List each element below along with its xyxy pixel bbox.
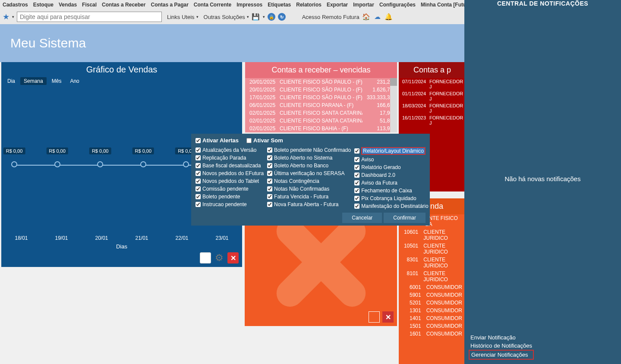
menu-contas-a-pagar[interactable]: Contas a Pagar bbox=[151, 2, 188, 8]
alert-option[interactable]: Aviso bbox=[354, 157, 428, 163]
menu-vendas[interactable]: Vendas bbox=[59, 2, 77, 8]
alert-option[interactable]: Nova Fatura Aberta - Futura bbox=[267, 201, 351, 207]
menu-configurações[interactable]: Configurações bbox=[379, 2, 416, 8]
orange-close-button[interactable]: ✕ bbox=[382, 311, 394, 323]
venda-row[interactable]: 8101CLIENTE JURIDICO bbox=[399, 270, 466, 283]
receivable-row[interactable]: 20/01/2025CLIENTE FISICO SÃO PAULO - (F)… bbox=[245, 78, 397, 86]
venda-row[interactable]: 10501CLIENTE JURIDICO bbox=[399, 242, 466, 256]
venda-row[interactable]: 6001CONSUMIDOR bbox=[399, 283, 466, 291]
receivable-row[interactable]: 20/01/2025CLIENTE FISICO SÃO PAULO - (F)… bbox=[245, 86, 397, 94]
alert-option[interactable]: Relatório Gerado bbox=[354, 164, 428, 170]
notification-link[interactable]: Enviar Notificação bbox=[469, 333, 534, 342]
chart-value-label: R$ 0,00 bbox=[46, 147, 68, 154]
row-date: 17/01/2025 bbox=[249, 94, 280, 100]
ativar-alertas-checkbox[interactable]: Ativar Alertas bbox=[195, 137, 239, 144]
save-dropdown[interactable]: ▾ bbox=[263, 15, 265, 19]
cancel-button[interactable]: Cancelar bbox=[342, 213, 382, 223]
payables-title: Contas a p bbox=[399, 62, 466, 78]
alert-option[interactable]: Atualizações da Versão bbox=[195, 147, 264, 153]
links-uteis-menu[interactable]: Links Uteis ▾ bbox=[167, 14, 199, 20]
save-icon[interactable]: 💾 bbox=[252, 13, 260, 21]
venda-row[interactable]: 1501CONSUMIDOR bbox=[399, 322, 466, 330]
search-input[interactable] bbox=[17, 12, 162, 22]
alert-option[interactable]: Comissão pendente bbox=[195, 186, 264, 192]
bell-icon[interactable]: 🔔 bbox=[385, 13, 393, 21]
payable-row[interactable]: 16/11/2023FORNECEDOR J bbox=[399, 114, 466, 126]
alert-option[interactable]: Fatura Vencida - Futura bbox=[267, 194, 351, 200]
menu-fiscal[interactable]: Fiscal bbox=[82, 2, 97, 8]
alert-option[interactable]: Fechamento de Caixa bbox=[354, 188, 428, 194]
row-date: 20/01/2025 bbox=[249, 79, 280, 85]
menu-estoque[interactable]: Estoque bbox=[33, 2, 54, 8]
cloud-icon[interactable]: ☁ bbox=[373, 13, 382, 21]
menu-conta-corrente[interactable]: Conta Corrente bbox=[194, 2, 231, 8]
alert-option[interactable]: Base fiscal desatualizada bbox=[195, 163, 264, 169]
ativar-som-checkbox[interactable]: Ativar Som bbox=[246, 137, 283, 144]
alert-option[interactable]: Instrucao pendente bbox=[195, 201, 264, 207]
venda-row[interactable]: 1601CONSUMIDOR bbox=[399, 330, 466, 338]
alert-option[interactable]: Novos pedidos do EFutura bbox=[195, 170, 264, 176]
notification-link[interactable]: Histórico de Notificações bbox=[469, 342, 534, 350]
row-value: 166,67 bbox=[363, 102, 393, 108]
menu-etiquetas[interactable]: Etiquetas bbox=[268, 2, 291, 8]
confirm-button[interactable]: Confirmar bbox=[384, 213, 426, 223]
alert-option[interactable]: Pix Cobrança Liquidado bbox=[354, 195, 428, 201]
orange-apps-button[interactable] bbox=[369, 311, 380, 323]
venda-row[interactable]: 1301CONSUMIDOR bbox=[399, 307, 466, 314]
menu-impressos[interactable]: Impressos bbox=[236, 2, 262, 8]
menu-cadastros[interactable]: Cadastros bbox=[3, 2, 28, 8]
alert-option[interactable]: Manifestação do Destinatário bbox=[354, 203, 428, 209]
period-tab-ano[interactable]: Ano bbox=[66, 77, 82, 85]
alert-option[interactable]: Boleto pendente bbox=[195, 194, 264, 200]
alert-option[interactable]: Boleto Aberto no Banco bbox=[267, 163, 351, 169]
lock-icon[interactable]: 🔒 bbox=[268, 13, 275, 21]
receivable-row[interactable]: 02/01/2025CLIENTE FISICO SANTA CATARINA … bbox=[245, 109, 397, 117]
venda-row[interactable]: 8301CLIENTE JURIDICO bbox=[399, 256, 466, 270]
apps-icon[interactable] bbox=[288, 13, 297, 21]
alert-option[interactable]: Novos pedidos do Tablet bbox=[195, 178, 264, 184]
alert-option[interactable]: Notas Contingência bbox=[267, 178, 351, 184]
alert-option[interactable]: Replicação Parada bbox=[195, 155, 264, 161]
favorite-icon[interactable]: ★ bbox=[3, 12, 9, 22]
refresh-icon[interactable]: ↻ bbox=[278, 13, 286, 21]
row-value: 1.626,73 bbox=[363, 87, 393, 93]
chart-apps-button[interactable] bbox=[200, 252, 211, 264]
venda-row[interactable]: 5901CONSUMIDOR bbox=[399, 291, 466, 299]
period-tab-dia[interactable]: Dia bbox=[4, 77, 19, 85]
menu-contas-a-receber[interactable]: Contas a Receber bbox=[102, 2, 145, 8]
alert-option[interactable]: Relatório/Layout Dinâmico bbox=[354, 147, 428, 155]
receivable-row[interactable]: 02/01/2025CLIENTE FISICO SANTA CATARINA … bbox=[245, 117, 397, 125]
venda-row[interactable]: 10601CLIENTE JURIDICO bbox=[399, 228, 466, 242]
notification-link[interactable]: Gerenciar Notificações bbox=[469, 350, 534, 360]
payable-row[interactable]: 18/03/2024FORNECEDOR J bbox=[399, 102, 466, 114]
row-client: CONSUMIDOR bbox=[426, 284, 462, 290]
period-tab-semana[interactable]: Semana bbox=[20, 77, 47, 85]
receivables-scrollbar[interactable] bbox=[390, 78, 397, 132]
chart-point bbox=[11, 161, 17, 167]
alert-option[interactable]: Última verificação no SERASA bbox=[267, 170, 351, 176]
receivable-row[interactable]: 06/01/2025CLIENTE FISICO PARANA - (F)166… bbox=[245, 101, 397, 109]
alert-option[interactable]: Dashboard 2.0 bbox=[354, 172, 428, 178]
payable-row[interactable]: 01/11/2024FORNECEDOR J bbox=[399, 90, 466, 102]
chart-close-button[interactable]: ✕ bbox=[227, 252, 239, 264]
alert-option[interactable]: Boleto Aberto no Sistema bbox=[267, 155, 351, 161]
favorite-dropdown[interactable]: ▾ bbox=[12, 15, 14, 19]
menu-importar[interactable]: Importar bbox=[353, 2, 374, 8]
receivable-row[interactable]: 17/01/2025CLIENTE FISICO SÃO PAULO - (F)… bbox=[245, 94, 397, 101]
venda-row[interactable]: 5201CONSUMIDOR bbox=[399, 299, 466, 307]
home-icon[interactable]: 🏠 bbox=[362, 13, 371, 21]
outras-solucoes-menu[interactable]: Outras Soluções ▾ bbox=[204, 14, 249, 20]
orange-panel-tools: ✕ bbox=[369, 311, 394, 323]
venda-row[interactable]: 1401CONSUMIDOR bbox=[399, 314, 466, 322]
alert-option[interactable]: Notas Não Confirmadas bbox=[267, 186, 351, 192]
menu-relatorios[interactable]: Relatorios bbox=[296, 2, 322, 8]
receivable-row[interactable]: 02/01/2025CLIENTE FISICO BAHIA - (F)113,… bbox=[245, 125, 397, 132]
period-tab-mês[interactable]: Mês bbox=[48, 77, 65, 85]
alert-option[interactable]: Aviso da Futura bbox=[354, 180, 428, 186]
scrollbar-thumb[interactable] bbox=[390, 78, 397, 86]
payable-row[interactable]: 07/11/2024FORNECEDOR J bbox=[399, 78, 466, 90]
menu-exportar[interactable]: Exportar bbox=[327, 2, 348, 8]
alert-option[interactable]: Boleto pendente Não Confirmado bbox=[267, 147, 351, 153]
chart-settings-button[interactable]: ⚙ bbox=[214, 252, 225, 264]
acesso-remoto-link[interactable]: Acesso Remoto Futura bbox=[302, 14, 359, 20]
